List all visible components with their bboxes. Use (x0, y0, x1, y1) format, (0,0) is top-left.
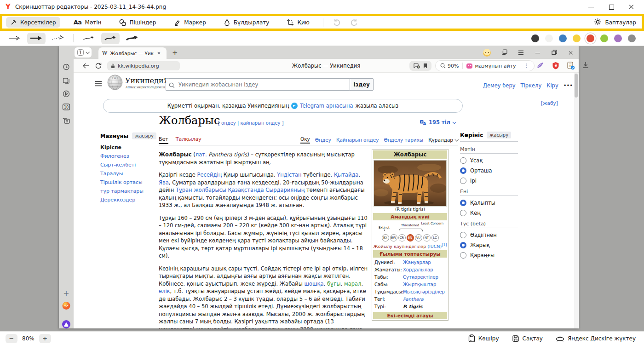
tab-edit-source[interactable]: Қайнарын өңдеу (336, 137, 379, 143)
browser-close-icon[interactable] (568, 50, 574, 56)
article-link[interactable]: Қытайда (334, 172, 358, 178)
appearance-hide-button[interactable]: жасыру (487, 132, 511, 138)
profile-avatar[interactable] (483, 49, 491, 57)
toc-item[interactable]: түр тармақтары (100, 187, 156, 196)
translate-doc-icon[interactable] (567, 62, 575, 72)
wikipedia-wordmark[interactable]: УикипедиЯ Ашық энциклопедиясы (125, 76, 169, 89)
register-link[interactable]: Тіркелу (521, 82, 542, 89)
radio-button[interactable] (460, 210, 466, 216)
toc-item[interactable]: Филогенез (100, 152, 156, 161)
history-icon[interactable] (63, 63, 70, 72)
article-link[interactable]: Ресейдің (197, 172, 222, 178)
scrollbar-thumb[interactable] (575, 74, 578, 98)
close-button[interactable] (628, 4, 635, 10)
tab-read[interactable]: Оқу (300, 136, 310, 144)
tool-arrows[interactable]: Көрсеткілер (6, 17, 60, 28)
arrow-style-scribble-thin[interactable] (80, 33, 98, 44)
tool-text[interactable]: Aa Мәтін (69, 17, 106, 28)
browser-restore-icon[interactable] (552, 48, 557, 57)
hamburger-menu-icon[interactable] (95, 80, 102, 88)
upload-disk-button[interactable]: Яндекс Дискіге жүктеу (556, 335, 636, 342)
panels-icon[interactable] (63, 77, 70, 86)
toc-item[interactable]: Тіршілік ортасы (100, 178, 156, 187)
color-swatch[interactable] (600, 34, 608, 42)
maximize-button[interactable] (608, 4, 615, 10)
radio-button[interactable] (460, 178, 466, 184)
appearance-option[interactable]: Қалыпты (460, 200, 518, 206)
tab-page[interactable]: Бет (159, 136, 168, 144)
more-options-icon[interactable]: ⋮ (524, 63, 529, 69)
banner-close-link[interactable]: [жабу] (541, 100, 558, 106)
appearance-option[interactable]: Жарық (460, 242, 518, 248)
color-swatch[interactable] (628, 34, 636, 42)
sidebar-add-icon[interactable]: + (63, 289, 69, 298)
article-link[interactable]: Қазақстанда (228, 187, 264, 193)
tab-edit[interactable]: Өңдеу (315, 137, 331, 143)
classification-value[interactable]: Жыртқыштар (403, 281, 436, 288)
browser-tab[interactable]: W Жолбарыс — Уикипед ✕ (98, 47, 167, 59)
color-swatch[interactable] (531, 34, 539, 42)
boards-icon[interactable] (501, 48, 507, 57)
tool-crop[interactable]: Қию (282, 17, 313, 28)
arrow-style-dotted[interactable] (49, 33, 67, 44)
zoom-indicator[interactable]: 90% (440, 63, 459, 69)
article-edit-links[interactable]: [ өңдеу | қайнарын өңдеу ] (218, 121, 284, 126)
tool-marker[interactable]: Маркер (169, 17, 210, 28)
tab-group-badge[interactable]: 10 (63, 104, 70, 112)
toc-item[interactable]: Таралуы (100, 169, 156, 178)
article-link[interactable]: Тұран жолбарысы (176, 187, 226, 193)
save-button[interactable]: Сақтау (512, 335, 543, 342)
arrow-style-thin[interactable] (6, 33, 24, 44)
copy-button[interactable]: Көшіру (468, 334, 499, 342)
arrow-style-scribble-medium[interactable] (101, 33, 120, 44)
appearance-option[interactable]: Өздігінен (460, 232, 518, 238)
radio-button[interactable] (460, 252, 466, 259)
appearance-option[interactable]: Кең (460, 210, 518, 216)
color-swatch[interactable] (573, 34, 581, 42)
status-ref[interactable]: [1] (442, 243, 447, 247)
donate-link[interactable]: Демеу беру (483, 82, 516, 89)
more-links-icon[interactable]: ••• (564, 82, 573, 89)
toc-hide-button[interactable]: жасыру (132, 132, 156, 139)
screenshot-icon[interactable] (63, 117, 70, 126)
back-icon[interactable] (82, 62, 89, 71)
tab-history[interactable]: Өңделу тарихы (384, 137, 423, 143)
tool-shapes[interactable]: Пішіндер (115, 17, 160, 28)
download-icon[interactable] (582, 62, 589, 70)
radio-button[interactable] (460, 200, 466, 206)
radio-button[interactable] (460, 167, 466, 174)
article-link[interactable]: бұғы (327, 281, 341, 287)
classification-value[interactable]: Хордалылар (403, 266, 433, 274)
arrow-style-scribble-thick[interactable] (123, 33, 141, 44)
search-input[interactable] (166, 78, 350, 91)
pen-extension-icon[interactable] (536, 62, 544, 71)
language-selector[interactable]: A 195 тіл (420, 119, 455, 126)
status-text[interactable]: Жойылу қаупіндегілер (374, 244, 426, 249)
yandex-mail-icon[interactable] (62, 301, 71, 312)
tab-talk[interactable]: Талқылау (176, 136, 201, 144)
wikipedia-globe-logo[interactable]: W (107, 74, 123, 92)
article-link[interactable]: лат. (196, 151, 207, 158)
article-link[interactable]: шошқа (305, 281, 324, 287)
settings-button[interactable]: Баптаулар (594, 18, 638, 27)
redo-button[interactable] (350, 18, 358, 27)
tool-blur[interactable]: Бұлдырлату (219, 17, 274, 28)
tab-counter[interactable]: 1 (75, 47, 92, 58)
appearance-option[interactable]: Орташа (460, 167, 518, 174)
browser-menu-icon[interactable] (518, 48, 524, 57)
article-link[interactable]: Сырдарияның (265, 187, 305, 193)
editor-canvas[interactable]: 1 W Жолбарыс — Уикипед ✕ + (0, 46, 644, 331)
color-swatch[interactable] (559, 34, 567, 42)
radio-button[interactable] (460, 242, 466, 248)
classification-value[interactable]: Жануарлар (403, 259, 431, 266)
undo-button[interactable] (333, 18, 341, 27)
article-link[interactable]: марал (344, 281, 361, 287)
alice-assistant-icon[interactable] (62, 320, 71, 331)
article-link[interactable]: Ява (159, 179, 169, 186)
color-swatch[interactable] (614, 34, 622, 42)
zoom-out-button[interactable]: − (6, 334, 17, 343)
article-link[interactable]: Үндістан (277, 172, 301, 178)
tab-close-icon[interactable]: ✕ (157, 51, 161, 56)
classification-value[interactable]: Мысықтәрізділер (403, 288, 445, 296)
radio-button[interactable] (460, 232, 466, 238)
